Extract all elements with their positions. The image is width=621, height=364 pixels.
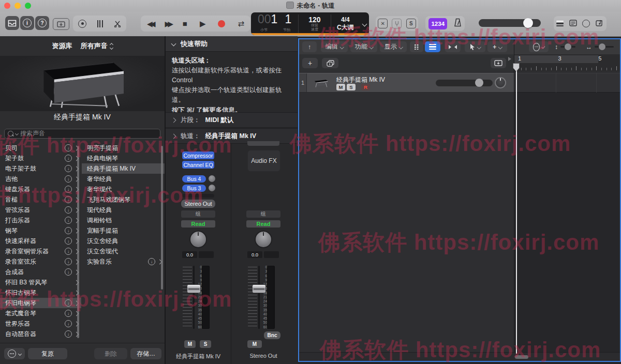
library-category-item[interactable]: 吉他↓ [0, 174, 81, 184]
inspector-toggle-button[interactable]: i [20, 16, 34, 30]
solo-button[interactable]: S [200, 340, 211, 348]
library-category-item[interactable]: 打击乐器↓ [0, 215, 81, 225]
library-patch-item[interactable]: 经典手提箱 Mk IV [82, 163, 165, 174]
scissors-icon[interactable] [114, 20, 121, 27]
back-to-parent-button[interactable]: ↑ [302, 41, 317, 52]
tuner-button[interactable] [392, 19, 402, 28]
list-editors-icon[interactable] [556, 21, 564, 27]
toolbar-toggle-button[interactable] [53, 18, 69, 30]
secondary-tool-button[interactable]: + [487, 41, 507, 52]
quick-help-header[interactable]: 快速帮助 [166, 36, 298, 52]
send-slot-empty[interactable] [182, 194, 214, 198]
track-header[interactable]: 1 经典手提箱 Mk IV M S R [299, 73, 514, 93]
download-icon[interactable]: ↓ [65, 237, 72, 245]
grid-view-button[interactable] [410, 41, 423, 52]
library-category-item[interactable]: 架子鼓↓ [0, 153, 81, 163]
lcd-brightness-icon[interactable] [78, 20, 86, 28]
lcd-tempo[interactable]: 120 保留 速度 [299, 12, 330, 35]
revert-button[interactable]: 复原 [28, 348, 67, 359]
bounce-button[interactable]: Bnc [264, 331, 280, 339]
peak-value[interactable] [264, 251, 279, 258]
volume-value[interactable]: 0.0 [247, 251, 262, 258]
library-patch-item[interactable]: 飞翔马戏团钢琴 [82, 194, 165, 205]
peak-value[interactable] [199, 251, 214, 258]
download-icon[interactable]: ↓ [65, 320, 72, 327]
output-slot-partial[interactable] [247, 141, 279, 146]
region-inspector-header[interactable]: 片段： MIDI 默认 [166, 112, 298, 128]
library-category-item[interactable]: 录音室弦乐↓ [0, 256, 81, 267]
library-category-item[interactable]: 键盘乐器↓ [0, 184, 81, 194]
library-patch-item[interactable]: 实验音乐↓ [82, 256, 165, 267]
library-category-item[interactable]: 怀旧古钢琴 [0, 287, 81, 298]
library-category-item[interactable]: 自动琶音器↓ [0, 329, 81, 339]
pan-knob[interactable] [190, 232, 206, 247]
group-button[interactable]: 组 [181, 210, 215, 218]
track-pan-knob[interactable] [495, 77, 506, 88]
rewind-button[interactable]: ◀◀ [147, 20, 152, 28]
loop-browser-icon[interactable] [582, 20, 590, 27]
output-button[interactable]: Stereo Out [181, 200, 215, 208]
send-bus3-button[interactable]: Bus 3 [182, 185, 206, 192]
volume-fader[interactable]: 03691215182124303540455060 [183, 265, 210, 330]
send-bus4-button[interactable]: Bus 4 [182, 175, 206, 183]
track-volume-slider[interactable] [436, 80, 493, 86]
edit-menu-button[interactable]: 编辑 [321, 41, 348, 52]
download-icon[interactable]: ↓ [65, 330, 72, 338]
track-action-menu-button[interactable] [529, 41, 549, 52]
volume-fader[interactable]: 03691215182124303540455060 [248, 265, 275, 330]
note-pads-icon[interactable] [569, 19, 577, 28]
mixer-icon[interactable] [97, 20, 103, 27]
vertical-zoom-slider[interactable]: ↕ [551, 41, 580, 52]
library-category-item[interactable]: 录音室铜管乐器↓ [0, 246, 81, 256]
library-category-item[interactable]: 怀旧电钢琴↓ [0, 298, 81, 308]
library-category-item[interactable]: 电子架子鼓↓ [0, 163, 81, 174]
catch-playhead-button[interactable] [445, 41, 461, 52]
track-mute-button[interactable]: M [336, 84, 345, 90]
delete-button[interactable]: 删除 [94, 348, 127, 359]
download-icon[interactable]: ↓ [65, 258, 72, 265]
download-icon[interactable]: ↓ [65, 299, 72, 307]
ruler-disclosure-icon[interactable] [508, 57, 511, 61]
library-patch-item[interactable]: 现代经典 [82, 205, 165, 215]
add-track-button[interactable]: + [302, 58, 318, 68]
track-name[interactable]: 经典手提箱 Mk IV [336, 75, 385, 84]
lcd-mode-menu[interactable] [360, 12, 369, 35]
bar-ruler[interactable]: 135 [514, 54, 620, 71]
functions-menu-button[interactable]: 功能 [350, 41, 377, 52]
save-button[interactable]: 存储… [130, 348, 161, 359]
library-patch-item[interactable]: 奢华现代 [82, 184, 165, 194]
automation-mode-button[interactable]: Read [181, 220, 215, 228]
fader-cap[interactable] [187, 284, 201, 293]
library-patch-item[interactable]: 明亮手提箱 [82, 143, 165, 153]
view-menu-button[interactable]: 显示 [380, 41, 407, 52]
library-patch-item[interactable]: 奢华经典 [82, 174, 165, 184]
download-icon[interactable]: ↓ [65, 196, 72, 203]
download-icon[interactable]: ↓ [65, 175, 72, 183]
pointer-tool-button[interactable] [465, 41, 485, 52]
track-volume-knob[interactable] [475, 79, 483, 87]
track-view-button[interactable] [425, 41, 440, 52]
library-toggle-button[interactable] [5, 16, 19, 30]
download-icon[interactable]: ↓ [65, 186, 72, 193]
library-patch-item[interactable]: 调相铃铛 [82, 215, 165, 225]
send-bus4-knob[interactable] [209, 175, 215, 182]
insert-compressor-button[interactable]: Compressor [182, 151, 214, 159]
pan-knob[interactable] [256, 232, 271, 247]
lcd-key-signature[interactable]: 4/4 C大调 [331, 12, 360, 35]
metronome-button[interactable] [454, 18, 462, 29]
library-category-item[interactable]: 钢琴↓ [0, 225, 81, 236]
download-icon[interactable]: ↓ [65, 165, 72, 172]
track-header-config-button[interactable] [491, 58, 506, 68]
download-icon[interactable]: ↓ [65, 268, 72, 276]
library-category-item[interactable]: 老式魔音琴↓ [0, 308, 81, 318]
download-icon[interactable]: ↓ [65, 310, 72, 317]
quick-help-toggle-button[interactable]: ? [35, 16, 49, 30]
master-volume-knob[interactable] [523, 18, 533, 28]
insert-channel-eq-button[interactable]: Channel EQ [182, 161, 214, 169]
library-patch-item[interactable]: 经典电钢琴 [82, 153, 165, 163]
audio-fx-slot[interactable]: Audio FX [247, 150, 280, 172]
library-category-item[interactable]: 怀旧 B3 管风琴 [0, 277, 81, 287]
category-scrollbar[interactable] [77, 146, 79, 338]
library-category-item[interactable]: 快速采样器↓ [0, 236, 81, 246]
download-icon[interactable]: ↓ [65, 144, 72, 151]
